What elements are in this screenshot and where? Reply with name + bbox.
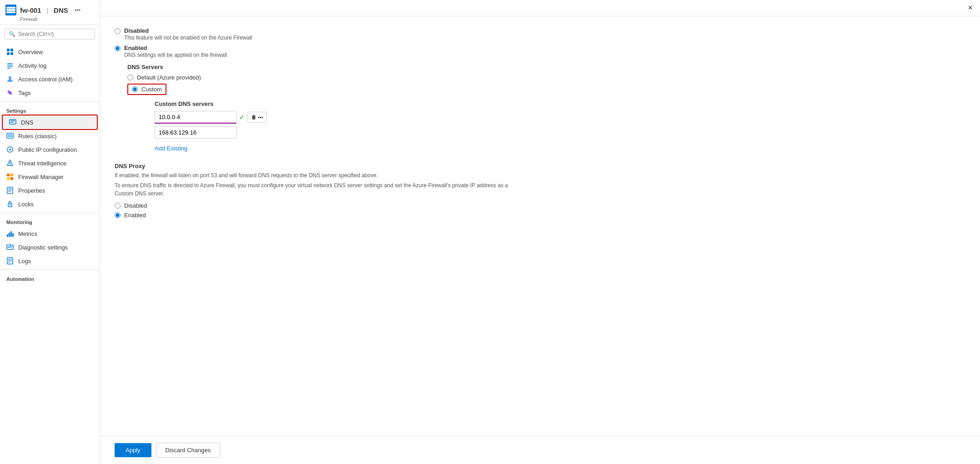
dns-entry-2-input[interactable]: [155, 126, 236, 139]
sidebar-item-label: DNS: [21, 119, 33, 126]
sidebar-item-label: Threat intelligence: [18, 160, 66, 167]
custom-server-radio[interactable]: [132, 86, 138, 92]
dns-proxy-section: DNS Proxy If enabled, the firewall will …: [115, 163, 524, 219]
custom-dns-section: Custom DNS servers ✓ •••: [155, 100, 524, 152]
sidebar-item-logs[interactable]: Logs: [0, 254, 100, 268]
sidebar-item-label: Tags: [18, 90, 30, 96]
apply-button[interactable]: Apply: [115, 443, 151, 457]
svg-rect-7: [7, 63, 13, 64]
svg-rect-2: [6, 11, 15, 13]
default-server-label: Default (Azure provided): [137, 74, 201, 81]
sidebar-item-tags[interactable]: Tags: [0, 86, 100, 100]
divider: [0, 101, 100, 102]
disabled-radio[interactable]: [115, 28, 121, 34]
default-server-option: Default (Azure provided): [127, 74, 524, 81]
search-input[interactable]: [18, 31, 91, 37]
sidebar-item-label: Properties: [18, 187, 45, 194]
automation-section-label: Automation: [0, 272, 100, 284]
sidebar-item-pip[interactable]: Public IP configuration: [0, 143, 100, 156]
sidebar-item-label: Public IP configuration: [18, 146, 77, 153]
enabled-radio[interactable]: [115, 45, 121, 51]
svg-rect-16: [8, 135, 12, 135]
activity-log-icon: [6, 62, 14, 69]
proxy-disabled-option: Disabled: [115, 202, 524, 209]
sidebar-item-iam[interactable]: Access control (IAM): [0, 72, 100, 86]
enabled-option: Enabled DNS settings will be applied on …: [115, 45, 524, 58]
dns-entry-1-input[interactable]: [155, 111, 236, 124]
svg-rect-38: [8, 259, 12, 259]
sidebar-item-fwmgr[interactable]: Firewall Manager: [0, 170, 100, 184]
sidebar-item-label: Firewall Manager: [18, 174, 64, 180]
sidebar-nav: Overview Activity log Access control (IA…: [0, 43, 100, 464]
sidebar-item-label: Locks: [18, 201, 34, 208]
pip-icon: [6, 146, 14, 153]
divider3: [0, 269, 100, 270]
svg-rect-40: [8, 262, 10, 262]
sidebar-item-metrics[interactable]: Metrics: [0, 227, 100, 240]
add-existing-link[interactable]: Add Existing: [155, 145, 187, 152]
more-options-icon[interactable]: •••: [75, 7, 81, 14]
proxy-enabled-label: Enabled: [124, 212, 146, 219]
svg-rect-0: [6, 7, 15, 9]
svg-rect-8: [7, 65, 13, 66]
discard-button[interactable]: Discard Changes: [156, 443, 221, 458]
svg-rect-34: [10, 231, 12, 237]
sidebar-item-diag[interactable]: Diagnostic settings: [0, 240, 100, 254]
sidebar-item-label: Logs: [18, 258, 31, 264]
svg-rect-5: [7, 52, 10, 55]
sidebar-item-rules[interactable]: Rules (classic): [0, 129, 100, 143]
dns-proxy-label: DNS Proxy: [115, 163, 524, 170]
search-box[interactable]: 🔍: [5, 29, 95, 40]
disabled-desc: This feature will not be enabled on the …: [124, 35, 252, 41]
sidebar-item-dns[interactable]: DNS: [3, 115, 97, 129]
sidebar-item-activity-log[interactable]: Activity log: [0, 59, 100, 72]
svg-rect-15: [7, 133, 13, 138]
svg-point-31: [10, 205, 10, 206]
dns-entry-2: [155, 126, 524, 139]
delete-entry-button[interactable]: •••: [247, 112, 266, 123]
svg-rect-1: [6, 9, 15, 11]
svg-rect-3: [7, 49, 10, 51]
more-options-btn[interactable]: •••: [258, 115, 263, 120]
svg-rect-6: [10, 52, 13, 55]
dns-servers-label: DNS Servers: [127, 64, 524, 70]
check-icon: ✓: [239, 114, 245, 121]
enabled-desc: DNS settings will be applied on the fire…: [124, 52, 227, 58]
sidebar: fw-001 | DNS ••• Firewall 🔍 Overview Act…: [0, 0, 100, 464]
close-button[interactable]: ×: [968, 3, 973, 13]
svg-rect-24: [7, 177, 10, 180]
overview-icon: [6, 48, 14, 55]
svg-rect-17: [8, 136, 12, 137]
settings-section-label: Settings: [0, 104, 100, 115]
svg-rect-13: [10, 120, 15, 121]
default-server-radio[interactable]: [127, 75, 133, 80]
resource-type: Firewall: [20, 16, 94, 22]
resource-icon: [5, 5, 16, 15]
props-icon: [6, 187, 14, 194]
sidebar-item-label: Access control (IAM): [18, 76, 73, 83]
sidebar-item-label: Overview: [18, 49, 43, 55]
bottom-bar: Apply Discard Changes: [100, 436, 980, 464]
custom-server-label: Custom: [141, 86, 162, 93]
svg-rect-4: [10, 49, 13, 51]
sidebar-item-label: Activity log: [18, 62, 46, 69]
sidebar-item-threat[interactable]: Threat intelligence: [0, 156, 100, 170]
sidebar-item-label: Rules (classic): [18, 133, 57, 140]
dns-proxy-desc1: If enabled, the firewall will listen on …: [115, 171, 524, 180]
proxy-enabled-radio[interactable]: [115, 212, 121, 218]
proxy-disabled-radio[interactable]: [115, 203, 121, 209]
svg-rect-29: [8, 191, 10, 192]
proxy-enabled-option: Enabled: [115, 212, 524, 219]
custom-radio-wrapper: Custom: [127, 84, 166, 95]
sidebar-item-props[interactable]: Properties: [0, 184, 100, 197]
sidebar-item-overview[interactable]: Overview: [0, 45, 100, 59]
sidebar-item-label: Diagnostic settings: [18, 244, 68, 251]
diag-icon: [6, 244, 14, 251]
locks-icon: [6, 200, 14, 208]
sidebar-item-locks[interactable]: Locks: [0, 197, 100, 211]
main-content: × Disabled This feature will not be enab…: [100, 0, 980, 464]
svg-rect-25: [10, 177, 13, 180]
svg-rect-35: [12, 233, 14, 237]
sidebar-header: fw-001 | DNS ••• Firewall: [0, 0, 100, 25]
enabled-label: Enabled: [124, 45, 227, 51]
